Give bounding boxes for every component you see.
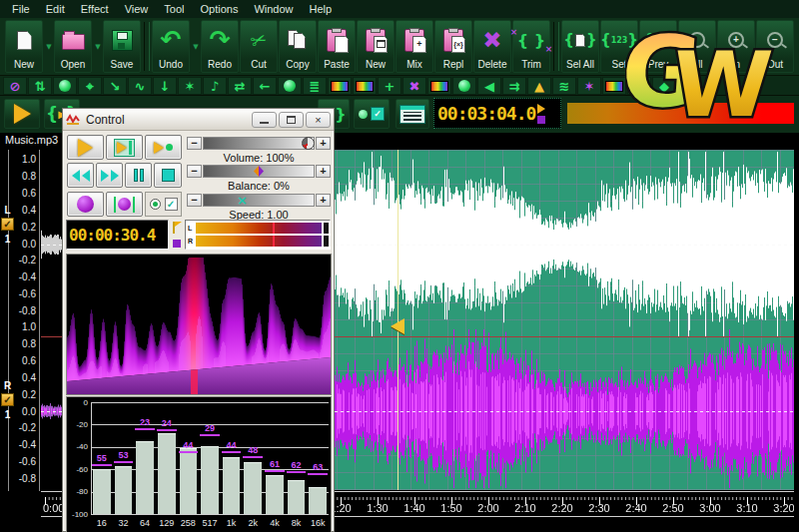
left-channel-checkbox[interactable]: ✓ <box>1 218 14 231</box>
paste-button[interactable]: Paste <box>318 20 356 73</box>
paste-new-button[interactable]: New <box>357 20 395 73</box>
speed-minus-button[interactable]: − <box>187 194 202 207</box>
fx-icon-orb-2[interactable] <box>452 77 476 95</box>
undo-dropdown-icon[interactable]: ▼ <box>191 20 201 73</box>
volume-plus-button[interactable]: + <box>316 137 331 150</box>
fx-icon-orb[interactable] <box>278 77 302 95</box>
frequency-bar <box>201 446 219 514</box>
fx-icon-wave-shape[interactable]: ∿ <box>128 77 152 95</box>
selection-marker-icon[interactable] <box>391 318 404 334</box>
fx-icon-drop[interactable]: ↓ <box>153 77 177 95</box>
maximize-button[interactable] <box>279 112 304 128</box>
peak-line <box>222 451 242 453</box>
menu-tool[interactable]: Tool <box>156 3 192 15</box>
amplitude-tick: -0.4 <box>19 440 36 450</box>
trim-button[interactable]: { }×× Trim <box>512 20 550 73</box>
menu-edit[interactable]: Edit <box>38 3 73 15</box>
fx-icon-sphere-effect[interactable] <box>53 77 77 95</box>
menu-options[interactable]: Options <box>192 3 246 15</box>
redo-button[interactable]: ↷ Redo <box>201 20 239 73</box>
checkbox-icon[interactable]: ✓ <box>165 198 178 211</box>
fx-icon-swap-channels[interactable]: ⇄ <box>228 77 252 95</box>
fx-icon-peak[interactable]: ▲ <box>527 77 551 95</box>
fx-icon-point-edit[interactable]: ⌖ <box>78 77 102 95</box>
menu-help[interactable]: Help <box>302 3 341 15</box>
meter-right-label: R <box>187 238 196 246</box>
ctl-play-button[interactable] <box>67 135 104 160</box>
record-marker-icon <box>173 240 181 248</box>
volume-track[interactable] <box>203 137 315 150</box>
ctl-record-selection-button[interactable] <box>106 192 143 217</box>
minimize-button[interactable] <box>252 112 277 128</box>
play-button[interactable] <box>4 99 40 129</box>
fx-icon-equalizer[interactable]: ≣ <box>303 77 327 95</box>
fx-icon-mute[interactable]: ⊘ <box>3 77 27 95</box>
peak-value-label: 44 <box>178 440 200 450</box>
mix-clipboard-icon: + <box>397 21 432 59</box>
y-axis-tick: -80 <box>67 487 88 496</box>
new-dropdown-icon[interactable]: ▼ <box>44 20 54 73</box>
fx-icon-waves[interactable]: ≋ <box>552 77 576 95</box>
ctl-stop-button[interactable] <box>154 163 182 188</box>
menu-file[interactable]: File <box>4 3 38 15</box>
replace-button[interactable]: {×} Repl <box>434 20 472 73</box>
balance-plus-button[interactable]: + <box>316 165 331 178</box>
balance-track[interactable] <box>203 165 315 178</box>
button-label: Trim <box>521 59 541 71</box>
save-button[interactable]: Save <box>103 20 141 73</box>
fx-icon-x-filter[interactable]: ✖ <box>402 77 426 95</box>
menu-effect[interactable]: Effect <box>73 3 117 15</box>
balance-thumb-icon[interactable] <box>254 166 264 177</box>
fast-forward-icon <box>111 170 119 182</box>
cut-button[interactable]: ✂ Cut <box>240 20 278 73</box>
ctl-fastforward-button[interactable] <box>96 163 123 188</box>
volume-knob-icon[interactable] <box>302 137 315 150</box>
fx-icon-note-list[interactable]: ♪ <box>203 77 227 95</box>
ctl-rewind-button[interactable] <box>67 163 94 188</box>
select-all-button[interactable]: {} Sel All <box>561 20 599 73</box>
frequency-analyzer[interactable]: 0-20-40-60-80-10055165332236424129442582… <box>66 396 332 532</box>
close-button[interactable]: × <box>306 112 331 128</box>
volume-minus-button[interactable]: − <box>187 137 202 150</box>
fx-icon-ramp[interactable]: ↘ <box>103 77 127 95</box>
speed-plus-button[interactable]: + <box>316 194 331 207</box>
radio-icon[interactable] <box>150 199 161 210</box>
control-titlebar[interactable]: Control × <box>63 109 334 131</box>
mix-button[interactable]: + Mix <box>396 20 433 73</box>
fx-icon-speaker[interactable]: ◀ <box>477 77 501 95</box>
fx-icon-spectrum-pointer[interactable] <box>353 77 377 95</box>
ctl-record-button[interactable] <box>67 192 104 217</box>
fx-icon-fast-forward[interactable]: ⇉ <box>502 77 526 95</box>
paste-new-icon <box>358 21 394 59</box>
fx-icon-burst[interactable]: ✶ <box>577 77 601 95</box>
open-button[interactable]: Open <box>54 20 92 73</box>
speed-track[interactable]: × <box>203 194 315 207</box>
fx-icon-strip[interactable] <box>602 77 626 95</box>
fx-icon-back-arrow[interactable]: ← <box>253 77 277 95</box>
monitor-button[interactable]: ✓ <box>354 99 390 129</box>
open-dropdown-icon[interactable]: ▼ <box>93 20 103 73</box>
copy-button[interactable]: Copy <box>279 20 317 73</box>
peak-value-label: 29 <box>199 423 221 433</box>
ctl-play-from-button[interactable] <box>145 135 182 160</box>
right-channel-checkbox[interactable]: ✓ <box>1 393 14 406</box>
ctl-play-selection-button[interactable] <box>106 135 143 160</box>
fx-icon-film-strip[interactable] <box>427 77 451 95</box>
menu-view[interactable]: View <box>117 3 157 15</box>
fx-icon-spectrum-bar[interactable] <box>328 77 352 95</box>
bracket-icon <box>133 197 135 213</box>
balance-minus-button[interactable]: − <box>187 165 202 178</box>
redo-icon: ↷ <box>202 21 238 59</box>
device-controls-button[interactable] <box>396 99 429 129</box>
spectrogram-view[interactable] <box>66 254 332 395</box>
new-button[interactable]: New <box>5 20 43 73</box>
ctl-pause-button[interactable] <box>125 163 152 188</box>
fx-icon-cross[interactable]: + <box>378 77 401 95</box>
fx-icon-flash[interactable]: ✶ <box>178 77 202 95</box>
amplitude-tick: -0.2 <box>19 256 36 266</box>
speed-thumb-icon[interactable]: × <box>237 193 248 208</box>
fx-icon-adjust-shift[interactable]: ⇅ <box>28 77 52 95</box>
delete-button[interactable]: ✖ Delete <box>473 20 511 73</box>
menu-window[interactable]: Window <box>246 3 301 15</box>
undo-button[interactable]: ↶ Undo <box>152 20 190 73</box>
